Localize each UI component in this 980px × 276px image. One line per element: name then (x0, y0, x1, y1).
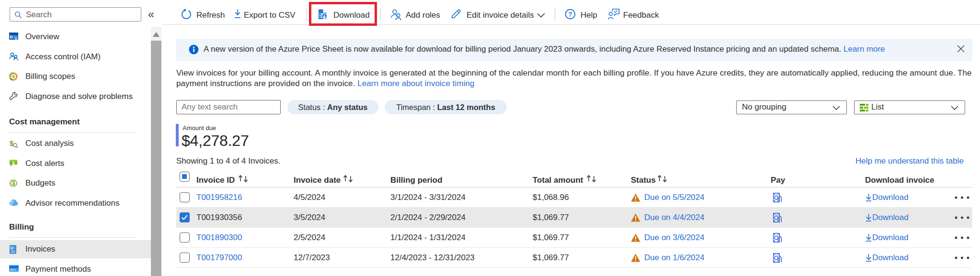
svg-text:?: ? (568, 11, 572, 18)
svg-text:$: $ (12, 161, 14, 166)
svg-text:$: $ (11, 246, 13, 250)
svg-text:$: $ (12, 180, 15, 186)
svg-text:$: $ (12, 74, 14, 79)
